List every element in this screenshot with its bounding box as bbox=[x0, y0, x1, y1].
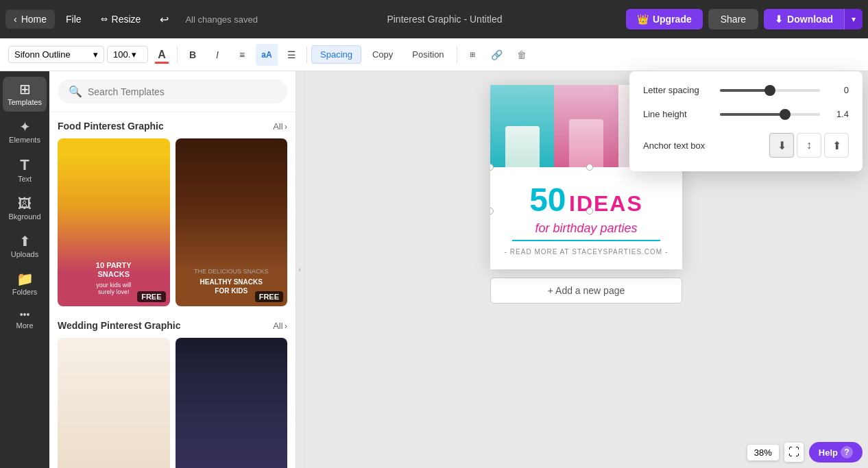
download-button[interactable]: ⬇ Download bbox=[764, 9, 844, 29]
chevron-right-icon-2: › bbox=[285, 321, 287, 331]
sidebar-item-text[interactable]: T Text bbox=[3, 152, 47, 188]
sidebar-item-more[interactable]: ••• More bbox=[3, 304, 47, 335]
food-section-header: Food Pinterest Graphic All › bbox=[58, 121, 287, 132]
share-button[interactable]: Share bbox=[708, 9, 758, 29]
wedding-section-header: Wedding Pinterest Graphic All › bbox=[58, 320, 287, 331]
saved-status: All changes saved bbox=[185, 14, 258, 25]
font-color-button[interactable]: A bbox=[151, 44, 173, 66]
search-input[interactable] bbox=[88, 86, 276, 97]
align-button[interactable]: ≡ bbox=[231, 44, 253, 66]
bold-button[interactable]: B bbox=[182, 44, 204, 66]
search-bar: 🔍 bbox=[49, 71, 296, 112]
help-icon: ? bbox=[841, 446, 853, 458]
canvas-text-section[interactable]: 50 IDEAS for birthday parties - READ MOR… bbox=[490, 167, 682, 269]
topbar: ‹ Home File ⇔ Resize ↩ All changes saved… bbox=[0, 0, 868, 38]
food-template-card-2[interactable]: THE DELICIOUS SNACKS HEALTHY SNACKSFOR K… bbox=[176, 138, 288, 306]
wedding-template-card-1[interactable]: 5 CUTE WAYS TO ANNOUNCE YOURBIG WEDDING … bbox=[58, 338, 170, 468]
list-button[interactable]: ☰ bbox=[280, 44, 302, 66]
panel-collapse-handle[interactable]: ‹ bbox=[296, 71, 304, 468]
wedding-template-card-2[interactable]: Preparing yourDREAM WEDDINGweddingjourna… bbox=[176, 338, 288, 468]
folders-icon: 📁 bbox=[16, 272, 34, 286]
upgrade-button[interactable]: 👑 Upgrade bbox=[626, 9, 703, 29]
canvas-number: 50 bbox=[529, 182, 566, 218]
fullscreen-icon: ⛶ bbox=[788, 446, 799, 458]
background-icon: 🖼 bbox=[18, 197, 32, 210]
document-title: Pinterest Graphic - Untitled bbox=[387, 14, 502, 25]
undo-icon: ↩ bbox=[160, 13, 169, 26]
canvas-ideas-text: IDEAS bbox=[569, 191, 643, 216]
fullscreen-button[interactable]: ⛶ bbox=[784, 443, 804, 462]
wedding-template-grid: 5 CUTE WAYS TO ANNOUNCE YOURBIG WEDDING … bbox=[58, 338, 287, 468]
line-height-slider[interactable] bbox=[720, 113, 820, 116]
anchor-buttons: ⬇ ↕ ⬆ bbox=[769, 133, 849, 158]
topbar-actions: 👑 Upgrade Share ⬇ Download ▾ bbox=[626, 9, 863, 29]
selection-handle-tr[interactable] bbox=[586, 164, 593, 171]
texture-button[interactable]: ⊞ bbox=[461, 44, 483, 66]
italic-button[interactable]: I bbox=[206, 44, 228, 66]
food-template-grid: 10 PARTYSNACKS your kids willsurely love… bbox=[58, 138, 287, 306]
position-button[interactable]: Position bbox=[404, 46, 452, 63]
text-icon: T bbox=[20, 158, 29, 173]
anchor-middle-icon: ↕ bbox=[806, 139, 812, 151]
selection-handle-bl[interactable] bbox=[490, 208, 494, 214]
font-case-button[interactable]: aA bbox=[256, 44, 278, 66]
letter-spacing-slider[interactable] bbox=[720, 89, 820, 92]
font-dropdown-icon: ▾ bbox=[93, 49, 98, 60]
copy-button[interactable]: Copy bbox=[364, 46, 401, 63]
letter-spacing-row: Letter spacing 0 bbox=[643, 85, 849, 95]
line-height-value: 1.4 bbox=[828, 109, 849, 119]
undo-button[interactable]: ↩ bbox=[152, 9, 177, 30]
letter-spacing-value: 0 bbox=[828, 85, 849, 95]
home-button[interactable]: ‹ Home bbox=[5, 10, 55, 29]
canvas-image-2 bbox=[554, 85, 618, 167]
sidebar-item-templates[interactable]: ⊞ Templates bbox=[3, 77, 47, 112]
canvas-image-1 bbox=[490, 85, 554, 167]
search-icon: 🔍 bbox=[69, 85, 82, 98]
spacing-button[interactable]: Spacing bbox=[311, 45, 361, 64]
anchor-row: Anchor text box ⬇ ↕ ⬆ bbox=[643, 133, 849, 158]
food-template-card-1[interactable]: 10 PARTYSNACKS your kids willsurely love… bbox=[58, 138, 170, 306]
search-wrap: 🔍 bbox=[58, 79, 287, 103]
resize-button[interactable]: ⇔ Resize bbox=[93, 10, 149, 29]
text-toolbar: Sifonn Outline ▾ 100. ▾ A B I ≡ aA ☰ Spa… bbox=[0, 38, 868, 71]
zoom-indicator[interactable]: 38% bbox=[747, 445, 779, 460]
anchor-top-icon: ⬆ bbox=[832, 139, 841, 152]
anchor-bottom-button[interactable]: ⬇ bbox=[769, 133, 794, 158]
spacing-popup: Letter spacing 0 Line height 1.4 Anchor … bbox=[629, 71, 863, 171]
crown-icon: 👑 bbox=[637, 14, 649, 25]
anchor-middle-button[interactable]: ↕ bbox=[797, 133, 821, 158]
sidebar: ⊞ Templates ✦ Elements T Text 🖼 Bkground… bbox=[0, 71, 49, 468]
delete-button[interactable]: 🗑 bbox=[511, 44, 533, 66]
wedding-all-link[interactable]: All › bbox=[273, 321, 287, 331]
sidebar-item-folders[interactable]: 📁 Folders bbox=[3, 267, 47, 301]
toolbar-separator-3 bbox=[457, 47, 457, 63]
selection-handle-br[interactable] bbox=[586, 208, 593, 214]
elements-icon: ✦ bbox=[19, 120, 31, 134]
templates-panel: 🔍 Food Pinterest Graphic All › 10 PARTYS… bbox=[49, 71, 296, 468]
canvas-birthday-text: for birthday parties bbox=[501, 221, 671, 236]
download-group: ⬇ Download ▾ bbox=[764, 9, 863, 29]
font-selector[interactable]: Sifonn Outline ▾ bbox=[8, 46, 104, 63]
sidebar-item-background[interactable]: 🖼 Bkground bbox=[3, 191, 47, 226]
sidebar-item-uploads[interactable]: ⬆ Uploads bbox=[3, 229, 47, 264]
selection-handle-tl[interactable] bbox=[490, 164, 494, 171]
line-height-row: Line height 1.4 bbox=[643, 109, 849, 119]
wedding-section-title: Wedding Pinterest Graphic bbox=[58, 320, 180, 331]
food-card-1-badge: FREE bbox=[137, 291, 165, 302]
font-size-dropdown-icon: ▾ bbox=[132, 49, 136, 60]
download-caret-button[interactable]: ▾ bbox=[844, 9, 863, 29]
anchor-top-button[interactable]: ⬆ bbox=[824, 133, 849, 158]
food-all-link[interactable]: All › bbox=[273, 121, 287, 132]
chevron-down-icon: ▾ bbox=[852, 14, 856, 24]
bottom-bar: 38% ⛶ Help ? bbox=[747, 442, 863, 463]
templates-scroll: Food Pinterest Graphic All › 10 PARTYSNA… bbox=[49, 112, 296, 468]
chevron-left-icon: ‹ bbox=[14, 14, 17, 25]
more-icon: ••• bbox=[20, 310, 30, 319]
download-icon: ⬇ bbox=[775, 14, 783, 25]
font-size-selector[interactable]: 100. ▾ bbox=[107, 46, 148, 63]
sidebar-item-elements[interactable]: ✦ Elements bbox=[3, 114, 47, 149]
add-page-button[interactable]: + Add a new page bbox=[490, 278, 682, 304]
help-button[interactable]: Help ? bbox=[809, 442, 863, 463]
link-button[interactable]: 🔗 bbox=[486, 44, 508, 66]
file-button[interactable]: File bbox=[58, 10, 90, 29]
